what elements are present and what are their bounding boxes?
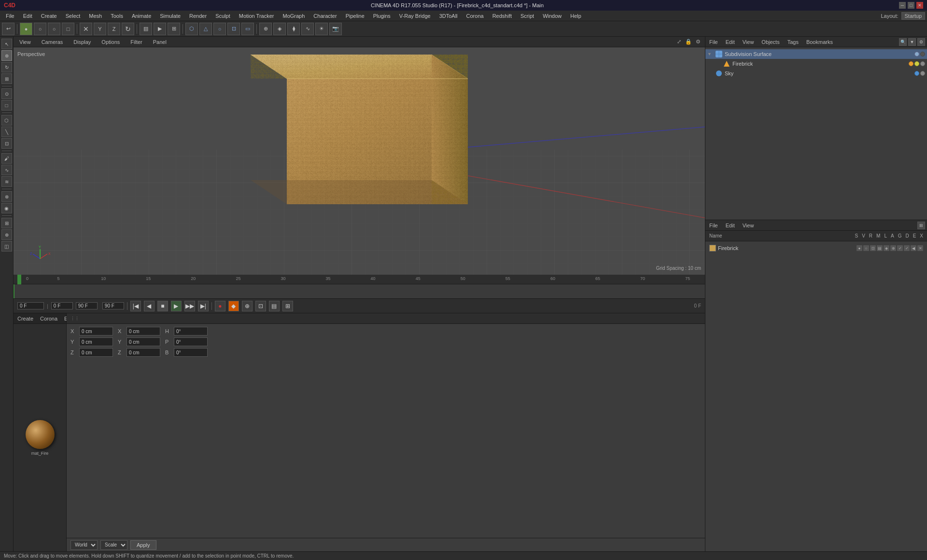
menu-select[interactable]: Select [62,12,84,20]
timeline-track[interactable] [14,284,705,299]
mat-col-e[interactable]: ◀ [911,245,916,251]
timeline-ruler[interactable]: 0 5 10 15 20 25 30 35 40 45 50 55 60 65 … [14,275,705,284]
menu-redshift[interactable]: Redshift [489,12,516,20]
menu-vray[interactable]: V-Ray Bridge [395,12,435,20]
scale-select[interactable]: Scale Size [100,540,127,550]
coord-y-size[interactable] [126,337,160,346]
dot-2[interactable] [920,52,925,56]
left-tool-magnet[interactable]: ⊗ [1,191,12,202]
vp-tab-cameras[interactable]: Cameras [39,38,66,46]
timeline-button[interactable]: ▤ [269,301,280,311]
undo-button[interactable]: ↩ [2,23,14,35]
render-seq-button[interactable]: ⊞ [282,301,293,311]
render-to-picture-viewer[interactable]: ⊞ [168,23,180,35]
dot-1[interactable] [914,52,919,56]
menu-window[interactable]: Window [539,12,565,20]
firebrick-dot-1[interactable] [909,61,913,66]
mode-edges[interactable]: ○ [48,23,60,35]
mat-col-v[interactable]: ○ [863,245,869,251]
viewport-icon-expand[interactable]: ⤢ [675,38,683,46]
left-tool-soft-select[interactable]: ◉ [1,203,12,213]
mat-col-a[interactable]: ⊕ [890,245,896,251]
menu-plugins[interactable]: Plugins [369,12,394,20]
mat-col-g[interactable]: ✓ [897,245,903,251]
mat-col-r[interactable]: ⊡ [870,245,876,251]
menu-tools[interactable]: Tools [107,12,127,20]
menu-motion-tracker[interactable]: Motion Tracker [235,12,278,20]
viewport-3d[interactable]: Perspective [14,47,705,275]
tool-nurbs[interactable]: ⊕ [259,23,272,35]
left-tool-spline[interactable]: ∿ [1,165,12,175]
maximize-button[interactable]: □ [908,2,914,9]
viewport-icon-settings[interactable]: ⚙ [694,38,702,46]
om-search-icon[interactable]: 🔍 [899,38,907,46]
minimize-button[interactable]: ─ [899,2,906,9]
tool-live-select[interactable]: ✕ [80,23,92,35]
play-fast-button[interactable]: ▶▶ [184,301,195,311]
om-menu-bookmarks[interactable]: Bookmarks [804,38,835,46]
left-tool-rotate[interactable]: ↻ [1,62,12,72]
menu-file[interactable]: File [2,12,18,20]
left-tool-select[interactable]: ↖ [1,39,12,49]
goto-start-button[interactable]: |◀ [130,301,141,311]
object-item-subdivision[interactable]: ▼ Subdivision Surface [705,49,927,59]
coord-z-pos[interactable] [79,348,113,357]
mat-col-s[interactable]: ● [857,245,862,251]
left-tool-paint[interactable]: 🖌 [1,153,12,164]
om-menu-tags[interactable]: Tags [786,38,801,46]
viewport-icon-lock[interactable]: 🔒 [685,38,692,46]
menu-help[interactable]: Help [566,12,585,20]
menu-character[interactable]: Character [309,12,340,20]
mat-tab-corona[interactable]: Corona [38,315,59,322]
left-tool-live-select[interactable]: ⊙ [1,88,12,99]
mat-menu-edit[interactable]: Edit [724,222,737,229]
record-button[interactable]: ● [215,301,225,311]
object-item-sky[interactable]: Sky [705,69,927,78]
left-tool-grid[interactable]: ⊞ [1,218,12,228]
object-item-firebrick[interactable]: Firebrick [705,59,927,69]
left-tool-smooth[interactable]: ≋ [1,176,12,187]
add-cube[interactable]: ⬡ [185,23,198,35]
coord-z-size[interactable] [126,348,160,357]
mode-points[interactable]: ○ [34,23,46,35]
om-menu-objects[interactable]: Objects [759,38,781,46]
coord-y-pos[interactable] [79,337,113,346]
menu-pipeline[interactable]: Pipeline [342,12,368,20]
vp-tab-panel[interactable]: Panel [150,38,169,46]
tool-rotate[interactable]: ↻ [122,23,134,35]
add-cylinder[interactable]: ⊡ [227,23,240,35]
add-cone[interactable]: △ [199,23,212,35]
tool-generator[interactable]: ⧫ [287,23,300,35]
current-frame-input[interactable] [17,302,44,309]
vp-tab-options[interactable]: Options [98,38,123,46]
mode-object[interactable]: ● [20,23,32,35]
mat-col-m[interactable]: ▤ [877,245,883,251]
mat-tab-create[interactable]: Create [15,315,35,322]
mat-col-x[interactable]: ✕ [917,245,923,251]
add-sphere[interactable]: ○ [213,23,226,35]
coord-x-pos[interactable] [79,327,113,336]
left-tool-extrude[interactable]: ⬡ [1,115,12,126]
left-tool-snap[interactable]: ⊕ [1,229,12,240]
tool-light[interactable]: ☀ [315,23,328,35]
render-region[interactable]: ▤ [140,23,152,35]
menu-create[interactable]: Create [37,12,61,20]
left-tool-knife[interactable]: ╲ [1,126,12,137]
coord-b-val[interactable] [174,348,208,357]
firebrick-dot-3[interactable] [920,61,925,66]
vp-tab-view[interactable]: View [16,38,34,46]
start-frame-input[interactable] [51,302,73,309]
left-tool-bridge[interactable]: ⊡ [1,138,12,149]
apply-button[interactable]: Apply [130,540,156,550]
menu-simulate[interactable]: Simulate [156,12,184,20]
mat-icon-1[interactable]: ⊞ [917,222,925,229]
close-button[interactable]: ✕ [916,2,923,9]
left-tool-rect-select[interactable]: □ [1,100,12,111]
add-plane[interactable]: ▭ [241,23,254,35]
tool-spline[interactable]: ∿ [301,23,314,35]
fps-input[interactable] [102,302,124,309]
stop-button[interactable]: ■ [157,301,168,311]
world-select[interactable]: World Local [70,540,98,550]
menu-3dtoall[interactable]: 3DToAll [435,12,462,20]
mode-polygon[interactable]: □ [62,23,74,35]
